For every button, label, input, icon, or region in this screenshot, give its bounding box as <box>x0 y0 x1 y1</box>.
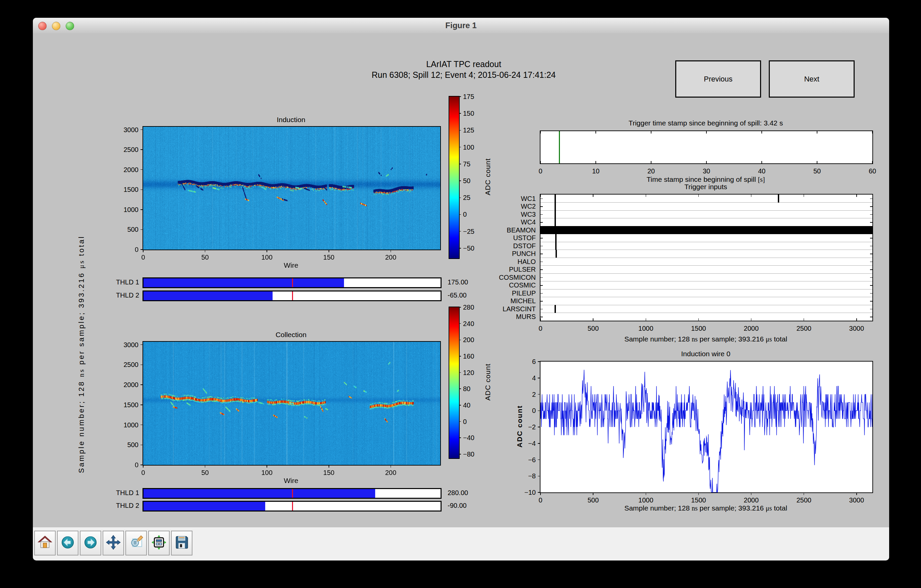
induction-thld1-slider[interactable] <box>143 277 441 288</box>
colorbar-tick-label: 0 <box>463 211 467 218</box>
x-tick-mark <box>651 161 651 163</box>
induction-heatmap-axes[interactable]: 050100150200050010001500200025003000 <box>143 126 441 250</box>
x-tick-mark <box>651 131 651 134</box>
y-tick-mark <box>140 464 143 465</box>
y-tick-label: 0 <box>135 461 138 469</box>
y-tick-mark <box>538 427 540 427</box>
colorbar-tick-label: 80 <box>463 385 470 393</box>
collection-heatmap-axes[interactable]: 050100150200050010001500200025003000 <box>143 341 441 466</box>
window-titlebar[interactable]: Figure 1 <box>33 18 889 34</box>
x-tick-label: 500 <box>580 325 607 332</box>
x-tick-label: 1000 <box>632 497 659 504</box>
zoom-rect-button[interactable] <box>125 531 147 555</box>
timestamp-event-marker <box>559 131 560 163</box>
trigger-row-tick <box>540 246 543 246</box>
trigger-channel-label: WC1 <box>521 195 536 202</box>
configure-subplots-button[interactable] <box>148 531 170 555</box>
colorbar-tick-label: 175 <box>463 93 474 100</box>
colorbar-tick-mark <box>459 197 461 198</box>
ns-unit: ns <box>692 336 698 343</box>
trigger-row-separator <box>540 313 872 313</box>
trigger-row-tick <box>870 254 872 254</box>
wire0-axes[interactable]: 0500100015002000250030006420−2−4−6−8−10 <box>540 361 873 493</box>
trigger-channel-label: MURS <box>516 313 536 320</box>
pan-button[interactable] <box>103 531 124 555</box>
y-tick-label: 0 <box>135 246 138 253</box>
x-tick-mark <box>751 318 752 321</box>
induction-thld2-slider[interactable] <box>143 290 441 301</box>
x-tick-mark <box>856 318 857 321</box>
trigger-row-tick <box>540 238 543 238</box>
colorbar-tick-label: 160 <box>463 352 474 360</box>
trigger-pulse <box>555 234 557 242</box>
x-tick-mark <box>646 492 646 495</box>
ns-unit: ns <box>692 505 698 512</box>
colorbar-tick-mark <box>459 307 461 308</box>
forward-button[interactable] <box>80 531 101 555</box>
trigger-row-separator <box>540 249 872 250</box>
trigger-channel-label: WC4 <box>521 218 536 226</box>
trigger-row-tick <box>870 199 872 199</box>
trigger-row-tick <box>540 199 543 199</box>
x-tick-mark <box>329 465 329 467</box>
trigger-row-separator <box>540 289 872 290</box>
trigger-channel-label: COSMICON <box>499 274 536 281</box>
collection-thld1-value: 280.00 <box>447 489 468 497</box>
induction-plot-title: Induction <box>143 116 439 124</box>
save-button[interactable] <box>171 531 192 555</box>
x-tick-label: 1500 <box>685 497 712 504</box>
trigger-row-tick <box>870 317 872 317</box>
induction-thld1-fill <box>143 279 344 287</box>
x-tick-label: 200 <box>377 254 404 261</box>
home-button[interactable] <box>34 531 56 555</box>
timestamp-xlabel-unit: [s] <box>758 176 765 183</box>
trigger-row-separator <box>540 305 872 305</box>
trigger-inputs-axes[interactable]: WC1WC2WC3WC4BEAMONUSTOFDSTOFPUNCHHALOPUL… <box>540 194 873 321</box>
collection-thld1-slider[interactable] <box>143 488 441 499</box>
y-tick-mark <box>140 230 143 230</box>
trigger-row-tick <box>540 301 543 301</box>
colorbar-tick-mark <box>459 113 461 114</box>
trigger-xlabel-part: Sample number; 128 <box>624 335 692 343</box>
trigger-channel-label: LARSCINT <box>503 305 536 313</box>
induction-heatmap-image <box>143 127 440 249</box>
trigger-row-tick <box>540 222 543 223</box>
y-tick-label: 3000 <box>124 341 139 349</box>
x-tick-mark <box>817 161 817 163</box>
y-tick-label: 1500 <box>124 401 139 409</box>
colorbar-tick-label: 280 <box>463 303 474 311</box>
y-tick-label: −8 <box>528 472 536 480</box>
y-tick-label: −10 <box>524 489 536 496</box>
x-tick-mark <box>205 465 205 467</box>
x-tick-label: 150 <box>316 254 342 261</box>
colorbar-tick-label: 100 <box>463 143 474 151</box>
collection-thld2-slider[interactable] <box>143 501 441 511</box>
window-title: Figure 1 <box>33 18 889 33</box>
subplots-icon <box>151 535 167 551</box>
colorbar-tick-mark <box>459 388 461 389</box>
next-button[interactable]: Next <box>769 60 854 98</box>
trigger-row-tick <box>540 214 543 215</box>
collection-plot-title: Collection <box>143 331 439 339</box>
previous-button[interactable]: Previous <box>675 60 761 98</box>
y-tick-mark <box>140 445 143 445</box>
trigger-channel-label: MICHEL <box>510 297 536 305</box>
wire0-xlabel-part: total <box>772 504 787 512</box>
y-tick-mark <box>538 361 540 362</box>
collection-thld1-label: THLD 1 <box>75 489 139 497</box>
y-tick-mark <box>140 209 143 210</box>
trigger-channel-label: PILEUP <box>512 290 536 297</box>
trigger-pulse <box>555 210 556 218</box>
y-tick-label: 2500 <box>124 146 139 153</box>
home-icon <box>37 535 53 551</box>
colorbar-tick-mark <box>459 96 461 97</box>
x-tick-label: 2000 <box>738 497 765 504</box>
trigger-channel-label: PUNCH <box>512 250 536 257</box>
collection-thld2-label: THLD 2 <box>75 502 139 510</box>
x-tick-mark <box>596 161 596 163</box>
colorbar-tick-mark <box>459 130 461 131</box>
timestamp-axes[interactable]: 0102030405060 <box>540 130 873 164</box>
back-button[interactable] <box>57 531 78 555</box>
trigger-row-tick <box>540 254 543 254</box>
x-tick-mark <box>540 492 541 495</box>
